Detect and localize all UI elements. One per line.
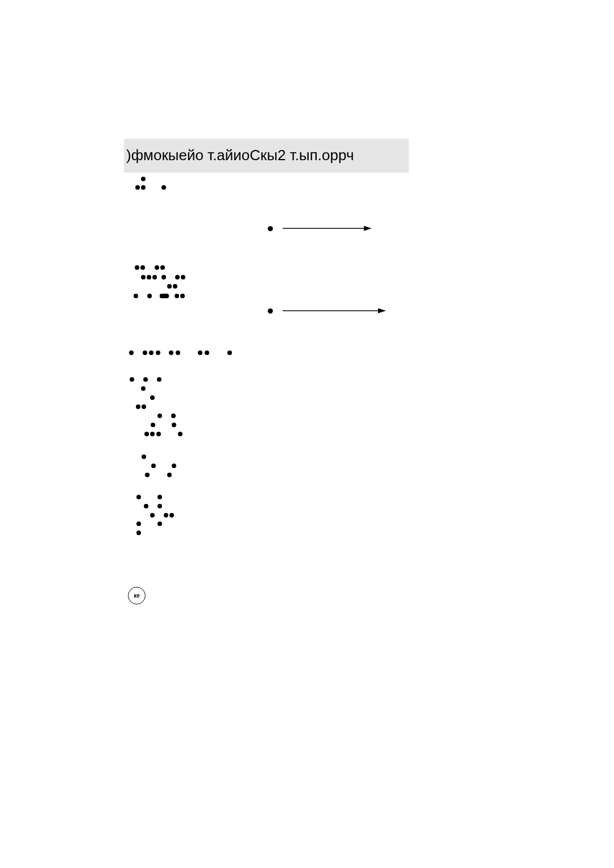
dot xyxy=(169,513,174,518)
arrow-2 xyxy=(283,305,408,316)
dot xyxy=(198,350,202,355)
dot xyxy=(161,275,166,279)
dot xyxy=(136,404,140,409)
dot xyxy=(156,432,161,436)
page-number: ке xyxy=(134,592,140,599)
dot xyxy=(129,350,134,355)
dot xyxy=(141,185,146,190)
dot xyxy=(141,177,146,181)
page-number-badge: ке xyxy=(128,587,146,604)
dot xyxy=(142,404,146,409)
dash xyxy=(160,294,169,298)
dot xyxy=(164,513,168,518)
dot xyxy=(157,504,162,508)
dot xyxy=(227,350,232,355)
arrow-1 xyxy=(283,223,396,234)
dot xyxy=(134,294,138,298)
dot xyxy=(169,350,173,355)
dot xyxy=(151,464,156,468)
bullet-marker xyxy=(268,308,273,314)
dot xyxy=(157,414,162,418)
dot xyxy=(176,350,180,355)
dot xyxy=(147,275,151,279)
dot xyxy=(150,432,155,436)
dot xyxy=(205,350,209,355)
dot xyxy=(172,423,176,427)
dot xyxy=(136,495,141,499)
dot xyxy=(175,294,179,298)
dot xyxy=(136,521,141,526)
dot xyxy=(155,265,159,270)
dot xyxy=(171,414,176,418)
bullet-marker xyxy=(268,226,273,231)
document-page: )фмокыейо т.айиоСкы2 т.ып.оррч ке xyxy=(0,0,614,868)
dot xyxy=(157,521,162,526)
dot xyxy=(150,395,155,400)
dot xyxy=(157,377,161,382)
dot xyxy=(157,495,162,499)
dot xyxy=(144,432,149,436)
dot xyxy=(178,432,182,436)
dot xyxy=(167,473,172,477)
dot xyxy=(147,294,152,298)
dot xyxy=(141,386,146,391)
dot xyxy=(173,284,177,289)
dot xyxy=(151,423,155,427)
dot xyxy=(175,275,180,279)
dot xyxy=(145,473,150,477)
dot xyxy=(152,275,157,279)
dot xyxy=(156,350,160,355)
section-header: )фмокыейо т.айиоСкы2 т.ып.оррч xyxy=(126,147,354,164)
dot xyxy=(150,513,155,518)
dot xyxy=(167,284,172,289)
dot xyxy=(143,377,148,382)
dot xyxy=(140,265,145,270)
dot xyxy=(144,504,148,508)
dot xyxy=(160,265,165,270)
dot xyxy=(135,265,139,270)
dot xyxy=(142,454,146,459)
dot xyxy=(130,377,134,382)
dot xyxy=(136,531,141,535)
dot xyxy=(180,294,185,298)
dot xyxy=(161,185,166,190)
dot xyxy=(135,185,140,190)
dot xyxy=(181,275,185,279)
dot xyxy=(149,350,154,355)
dot xyxy=(141,275,146,279)
dot xyxy=(172,464,176,468)
dot xyxy=(143,350,147,355)
